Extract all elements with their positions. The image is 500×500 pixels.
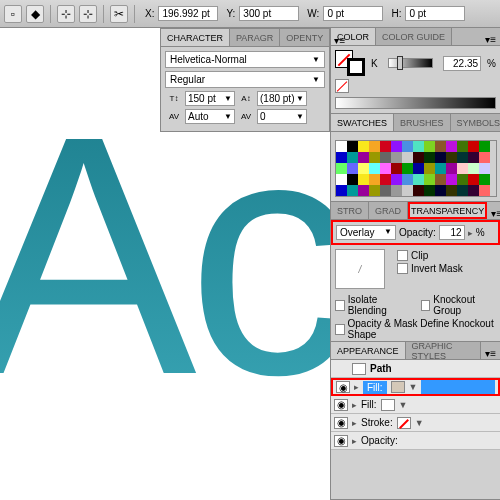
swatch[interactable] <box>446 174 457 185</box>
swatch[interactable] <box>435 141 446 152</box>
swatch[interactable] <box>435 163 446 174</box>
swatch[interactable] <box>413 185 424 196</box>
tab-swatches[interactable]: SWATCHES <box>331 114 394 131</box>
x-field[interactable]: 196.992 pt <box>158 6 218 21</box>
swatch[interactable] <box>402 163 413 174</box>
swatch[interactable] <box>358 174 369 185</box>
tab-appearance[interactable]: APPEARANCE <box>331 342 406 359</box>
tab-paragraph[interactable]: PARAGR <box>230 29 280 46</box>
leading-field[interactable]: (180 pt)▼ <box>257 91 307 106</box>
panel-menu-icon[interactable]: ▾≡ <box>330 35 349 46</box>
swatch[interactable] <box>391 185 402 196</box>
font-family-dropdown[interactable]: Helvetica-Normal▼ <box>165 51 325 68</box>
panel-menu-icon[interactable]: ▾≡ <box>487 208 500 219</box>
k-slider[interactable] <box>388 58 433 68</box>
swatch[interactable] <box>380 141 391 152</box>
swatch[interactable] <box>446 141 457 152</box>
opacity-field[interactable]: 12 <box>439 225 465 240</box>
appearance-path-row[interactable]: Path <box>331 360 500 378</box>
swatch[interactable] <box>358 141 369 152</box>
w-field[interactable]: 0 pt <box>323 6 383 21</box>
tab-transparency[interactable]: TRANSPARENCY <box>408 202 487 219</box>
swatch[interactable] <box>446 185 457 196</box>
swatch[interactable] <box>413 174 424 185</box>
swatch[interactable] <box>413 141 424 152</box>
y-field[interactable]: 300 pt <box>239 6 299 21</box>
visibility-icon[interactable]: ◉ <box>334 417 348 429</box>
fill-color-swatch[interactable] <box>391 381 405 393</box>
swatch[interactable] <box>468 163 479 174</box>
swatch[interactable] <box>347 185 358 196</box>
visibility-icon[interactable]: ◉ <box>334 435 348 447</box>
swatch[interactable] <box>369 185 380 196</box>
stroke-color-swatch[interactable] <box>397 417 411 429</box>
anchor-convert-icon[interactable]: ◆ <box>26 5 44 23</box>
swatch[interactable] <box>435 185 446 196</box>
swatch[interactable] <box>457 163 468 174</box>
tab-brushes[interactable]: BRUSHES <box>394 114 451 131</box>
mask-preview[interactable]: / <box>335 249 385 289</box>
appearance-opacity-row[interactable]: ◉ ▸ Opacity: <box>331 432 500 450</box>
swatch[interactable] <box>446 152 457 163</box>
swatch[interactable] <box>424 141 435 152</box>
swatch[interactable] <box>369 163 380 174</box>
swatch[interactable] <box>358 152 369 163</box>
blend-mode-dropdown[interactable]: Overlay▼ <box>336 225 396 240</box>
swatch[interactable] <box>402 185 413 196</box>
none-swatch-icon[interactable] <box>335 79 349 93</box>
swatch[interactable] <box>468 185 479 196</box>
disclosure-icon[interactable]: ▸ <box>354 382 359 392</box>
swatch[interactable] <box>391 163 402 174</box>
swatch[interactable] <box>457 152 468 163</box>
swatch[interactable] <box>457 185 468 196</box>
font-size-field[interactable]: 150 pt▼ <box>185 91 235 106</box>
swatch[interactable] <box>479 174 490 185</box>
opacity-flyout-icon[interactable]: ▸ <box>468 228 473 238</box>
swatch[interactable] <box>336 141 347 152</box>
swatch[interactable] <box>479 163 490 174</box>
panel-menu-icon[interactable]: ▾≡ <box>481 348 500 359</box>
handles-icon[interactable]: ⊹ <box>57 5 75 23</box>
h-field[interactable]: 0 pt <box>405 6 465 21</box>
swatch[interactable] <box>402 141 413 152</box>
tab-opentype[interactable]: OPENTY <box>280 29 330 46</box>
tab-stroke[interactable]: STRO <box>331 202 369 219</box>
swatch[interactable] <box>479 185 490 196</box>
swatch[interactable] <box>358 163 369 174</box>
swatch[interactable] <box>380 185 391 196</box>
spectrum-bar[interactable] <box>335 97 496 109</box>
swatch[interactable] <box>391 174 402 185</box>
swatch[interactable] <box>369 152 380 163</box>
swatch[interactable] <box>369 141 380 152</box>
swatch[interactable] <box>457 174 468 185</box>
panel-menu-icon[interactable]: ▾≡ <box>481 34 500 45</box>
swatch[interactable] <box>435 174 446 185</box>
anchor-icon[interactable]: ▫ <box>4 5 22 23</box>
swatch[interactable] <box>446 163 457 174</box>
font-style-dropdown[interactable]: Regular▼ <box>165 71 325 88</box>
swatch[interactable] <box>336 152 347 163</box>
tab-symbols[interactable]: SYMBOLS <box>451 114 500 131</box>
tracking-field[interactable]: 0▼ <box>257 109 307 124</box>
isolate-checkbox[interactable] <box>335 300 345 311</box>
swatch[interactable] <box>380 174 391 185</box>
fill-stroke-icon[interactable] <box>335 50 365 76</box>
handles-icon-2[interactable]: ⊹ <box>79 5 97 23</box>
swatch-grid[interactable] <box>335 140 497 197</box>
visibility-icon[interactable]: ◉ <box>334 399 348 411</box>
swatch[interactable] <box>413 163 424 174</box>
swatch[interactable] <box>402 174 413 185</box>
tab-graphic-styles[interactable]: GRAPHIC STYLES <box>406 342 482 359</box>
swatch[interactable] <box>391 141 402 152</box>
define-knockout-checkbox[interactable] <box>335 324 345 335</box>
swatch[interactable] <box>347 174 358 185</box>
swatch[interactable] <box>380 163 391 174</box>
tab-character[interactable]: CHARACTER <box>161 29 230 46</box>
swatch[interactable] <box>336 163 347 174</box>
k-value-field[interactable]: 22.35 <box>443 56 481 71</box>
swatch[interactable] <box>479 152 490 163</box>
appearance-stroke-row[interactable]: ◉ ▸ Stroke: ▼ <box>331 414 500 432</box>
appearance-fill-row[interactable]: ◉ ▸ Fill: ▼ <box>331 396 500 414</box>
swatch[interactable] <box>424 163 435 174</box>
swatch[interactable] <box>369 174 380 185</box>
